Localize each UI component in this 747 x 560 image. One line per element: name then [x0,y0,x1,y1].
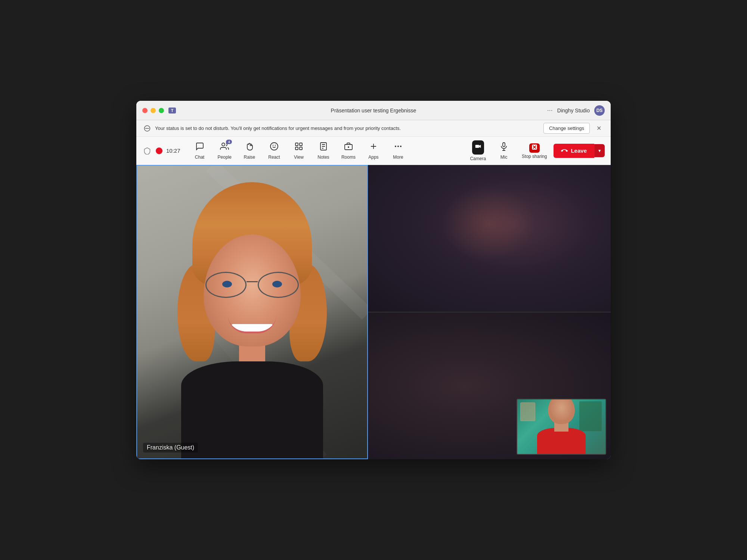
participant-name: Franziska (Guest) [143,443,198,452]
change-settings-button[interactable]: Change settings [543,123,590,134]
react-icon [270,142,279,153]
more-label: More [393,155,403,160]
rooms-icon [344,142,353,153]
timer-display: 10:27 [166,147,180,154]
toolbar-item-mic[interactable]: Mic [493,139,515,163]
window-title: Präsentation user testing Ergebnisse [331,108,416,113]
do-not-disturb-icon [144,125,151,132]
more-icon [394,142,403,153]
video-panel-bottom [368,312,611,459]
people-icon: 4 [220,142,229,153]
toolbar-item-chat[interactable]: Chat [188,139,212,163]
avatar[interactable]: DS [594,105,605,116]
traffic-lights [142,108,164,113]
svg-rect-9 [300,143,302,146]
view-icon [294,142,303,153]
stop-sharing-icon [529,143,540,152]
svg-text:T: T [171,108,174,113]
notification-close-button[interactable]: ✕ [594,124,603,133]
maximize-button[interactable] [159,108,164,113]
svg-point-5 [270,143,278,150]
stop-sharing-label: Stop sharing [522,154,547,159]
svg-rect-26 [503,143,505,147]
mic-label: Mic [500,155,508,160]
video-area: Franziska (Guest) [136,165,611,459]
chat-icon [195,142,204,153]
apps-label: Apps [368,155,378,160]
leave-button[interactable]: Leave [554,144,594,158]
toolbar-item-raise[interactable]: Raise [238,139,261,163]
raise-icon [245,142,254,153]
svg-point-22 [397,146,399,147]
chat-label: Chat [195,155,204,160]
leave-button-group: Leave ▾ [554,144,605,158]
camera-label: Camera [470,156,486,161]
camera-icon [472,140,484,155]
right-video-panels [368,165,611,459]
notification-text: Your status is set to do not disturb. Yo… [155,125,539,131]
minimize-button[interactable] [151,108,156,113]
svg-rect-8 [295,143,298,146]
svg-rect-11 [300,147,302,150]
toolbar-item-more[interactable]: More [386,139,410,163]
toolbar-item-react[interactable]: React [262,139,286,163]
react-label: React [268,155,280,160]
svg-rect-24 [475,145,479,148]
leave-chevron-button[interactable]: ▾ [594,144,605,157]
people-label: People [218,155,232,160]
teams-window: T Präsentation user testing Ergebnisse ·… [136,101,611,459]
svg-point-21 [395,146,396,147]
shield-icon [142,146,152,156]
notes-icon [319,142,328,153]
teams-icon: T [168,106,177,115]
toolbar-items: Chat 4 People [188,139,464,163]
close-button[interactable] [142,108,148,113]
svg-point-4 [222,143,225,146]
svg-point-23 [400,146,402,147]
svg-rect-10 [295,147,298,150]
more-options-icon[interactable]: ··· [547,106,553,114]
rooms-label: Rooms [341,155,356,160]
titlebar-right: ··· Dinghy Studio DS [547,105,605,116]
view-label: View [294,155,304,160]
svg-marker-25 [479,145,481,148]
studio-label: Dinghy Studio [557,108,590,113]
participant-video [159,190,345,458]
toolbar-item-stop-sharing[interactable]: Stop sharing [517,140,552,162]
notes-label: Notes [317,155,329,160]
toolbar-item-view[interactable]: View [287,139,311,163]
toolbar-item-notes[interactable]: Notes [311,139,335,163]
apps-icon [369,142,378,153]
video-feed-top [368,165,611,312]
mic-icon [499,142,508,153]
toolbar: 10:27 Chat [136,137,611,165]
toolbar-left: 10:27 [142,146,180,156]
main-video-panel: Franziska (Guest) [136,165,368,459]
titlebar: T Präsentation user testing Ergebnisse ·… [136,101,611,120]
notification-bar: Your status is set to do not disturb. Yo… [136,120,611,137]
video-panel-top [368,165,611,312]
toolbar-item-camera[interactable]: Camera [465,137,491,164]
self-view-pip [517,399,606,455]
recording-indicator [156,147,162,154]
people-badge: 4 [226,140,232,144]
toolbar-item-apps[interactable]: Apps [362,139,385,163]
toolbar-item-rooms[interactable]: Rooms [336,139,361,163]
toolbar-item-people[interactable]: 4 People [213,139,237,163]
raise-label: Raise [244,155,255,160]
